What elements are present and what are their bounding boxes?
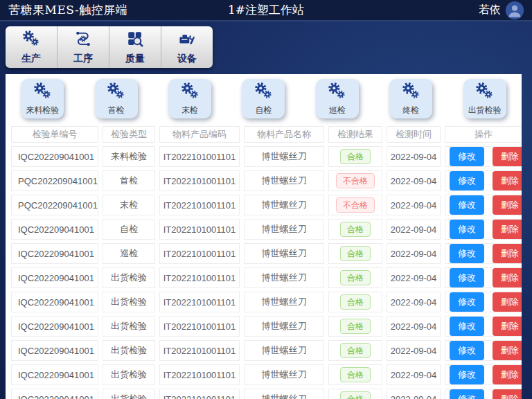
delete-button[interactable]: 删除 [493, 389, 522, 399]
double-gear-icon [402, 82, 420, 103]
inspection-type-cell: 末检 [103, 195, 155, 215]
delete-button[interactable]: 删除 [493, 341, 522, 360]
inspection-table-body: IQC202209041001 来料检验 IT2022101001101 博世螺… [11, 146, 522, 399]
material-name-cell: 博世螺丝刀 [244, 389, 324, 399]
inspection-tab-button[interactable]: 终检 [389, 79, 432, 118]
material-name-cell: 博世螺丝刀 [244, 292, 324, 312]
material-name-cell: 博世螺丝刀 [244, 219, 324, 240]
edit-button[interactable]: 修改 [450, 365, 484, 384]
actions-cell: 修改 删除 [445, 146, 522, 167]
edit-button[interactable]: 修改 [450, 389, 484, 399]
user-avatar-icon[interactable] [506, 1, 524, 19]
inspection-tab-button[interactable]: 末检 [168, 79, 211, 118]
toolbar-button-equipment[interactable]: 设备 [161, 26, 213, 68]
inspection-type-cell: 巡检 [103, 243, 155, 264]
quality-magnifier-icon [126, 30, 144, 51]
toolbar-button-production[interactable]: 生产 [6, 26, 57, 68]
material-code-cell: IT2022101001101 [159, 316, 240, 337]
result-cell: 合格 [328, 316, 382, 337]
material-name-cell: 博世螺丝刀 [244, 146, 324, 167]
edit-button[interactable]: 修改 [450, 292, 484, 312]
process-route-icon [74, 30, 92, 51]
material-code-cell: IT2022101001101 [159, 219, 240, 240]
workstation-screen: 苦糖果MES-触控屏端 1#注塑工作站 若依 生产 [0, 0, 532, 21]
date-cell: 2022-09-04 [387, 146, 441, 167]
inspection-no-cell: IQC202209041001 [11, 364, 98, 385]
delete-button[interactable]: 删除 [493, 171, 522, 190]
toolbar-button-quality[interactable]: 质量 [109, 26, 161, 68]
date-cell: 2022-09-04 [387, 219, 441, 240]
column-header-material-code: 物料产品编码 [159, 126, 240, 143]
inspection-tab-label: 自检 [255, 105, 272, 116]
inspection-tab-label: 出货检验 [468, 105, 502, 116]
material-name-cell: 博世螺丝刀 [244, 195, 324, 215]
edit-button[interactable]: 修改 [450, 317, 484, 336]
actions-cell: 修改 删除 [445, 292, 522, 312]
material-code-cell: IT2022101001101 [159, 195, 240, 215]
date-cell: 2022-09-04 [387, 267, 441, 288]
double-gear-icon [328, 82, 346, 103]
table-row: PQC202209041001 末检 IT2022101001101 博世螺丝刀… [11, 195, 522, 215]
result-badge: 不合格 [336, 197, 375, 213]
toolbar-button-label: 工序 [73, 53, 93, 65]
column-header-material-name: 物料产品名称 [244, 126, 324, 143]
date-cell: 2022-09-04 [387, 195, 441, 215]
inspection-type-cell: 出货检验 [103, 292, 155, 312]
material-name-cell: 博世螺丝刀 [244, 170, 324, 191]
result-badge: 合格 [340, 246, 371, 261]
toolbar-button-label: 设备 [177, 53, 197, 65]
table-row: IQC202209041001 自检 IT2022101001101 博世螺丝刀… [11, 219, 522, 240]
inspection-tab-button[interactable]: 自检 [242, 79, 285, 118]
delete-button[interactable]: 删除 [493, 292, 522, 312]
table-row: IQC202209041001 巡检 IT2022101001101 博世螺丝刀… [11, 243, 522, 264]
actions-cell: 修改 删除 [445, 316, 522, 337]
date-cell: 2022-09-04 [387, 364, 441, 385]
delete-button[interactable]: 删除 [493, 147, 522, 166]
delete-button[interactable]: 删除 [493, 317, 522, 336]
result-badge: 不合格 [336, 173, 375, 188]
inspection-no-cell: PQC202209041001 [11, 195, 98, 215]
delete-button[interactable]: 删除 [493, 268, 522, 287]
edit-button[interactable]: 修改 [450, 268, 484, 287]
inspection-tab-button[interactable]: 巡检 [316, 79, 359, 118]
inspection-tab-button[interactable]: 出货检验 [463, 79, 506, 118]
result-cell: 合格 [328, 292, 382, 312]
result-cell: 不合格 [328, 170, 382, 191]
delete-button[interactable]: 删除 [493, 365, 522, 384]
inspection-tab-button[interactable]: 来料检验 [21, 79, 64, 118]
double-gear-icon [254, 82, 273, 103]
content-panel: 来料检验 首检 末检 自检 巡检 终检 出货检验 [6, 74, 522, 399]
result-cell: 合格 [328, 389, 382, 399]
result-badge: 合格 [340, 270, 371, 285]
inspection-no-cell: PQC202209041001 [11, 170, 98, 191]
result-badge: 合格 [340, 391, 371, 399]
equipment-wrench-icon [178, 30, 196, 51]
edit-button[interactable]: 修改 [450, 195, 484, 215]
column-header-date: 检测时间 [387, 126, 441, 143]
column-header-inspection-type: 检验类型 [103, 126, 155, 143]
toolbar-button-process[interactable]: 工序 [57, 26, 109, 68]
table-row: IQC202209041001 出货检验 IT2022101001101 博世螺… [11, 292, 522, 312]
edit-button[interactable]: 修改 [450, 147, 484, 166]
result-cell: 合格 [328, 267, 382, 288]
material-name-cell: 博世螺丝刀 [244, 267, 324, 288]
double-gear-icon [475, 82, 494, 103]
edit-button[interactable]: 修改 [450, 171, 484, 190]
edit-button[interactable]: 修改 [450, 341, 484, 360]
table-row: IQC202209041001 出货检验 IT2022101001101 博世螺… [11, 267, 522, 288]
delete-button[interactable]: 删除 [493, 195, 522, 215]
edit-button[interactable]: 修改 [450, 244, 484, 263]
toolbar-button-label: 质量 [125, 53, 145, 65]
material-code-cell: IT2022101001101 [159, 267, 240, 288]
material-code-cell: IT2022101001101 [159, 389, 240, 399]
delete-button[interactable]: 删除 [493, 220, 522, 239]
inspection-tab-button[interactable]: 首检 [95, 79, 138, 118]
edit-button[interactable]: 修改 [450, 220, 484, 239]
delete-button[interactable]: 删除 [493, 244, 522, 263]
actions-cell: 修改 删除 [445, 364, 522, 385]
inspection-no-cell: IQC202209041001 [11, 267, 98, 288]
result-cell: 合格 [328, 340, 382, 361]
inspection-type-cell: 出货检验 [103, 316, 155, 337]
actions-cell: 修改 删除 [445, 340, 522, 361]
material-code-cell: IT2022101001101 [159, 243, 240, 264]
